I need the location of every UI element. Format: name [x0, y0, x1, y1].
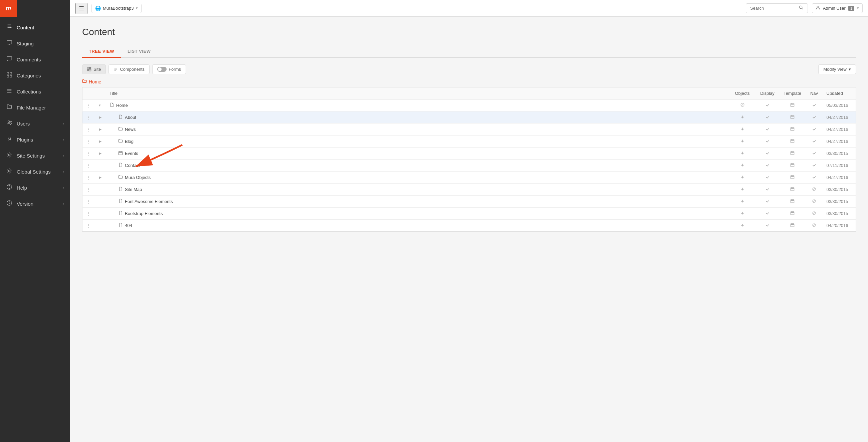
row-handle[interactable]: ⋮ [83, 220, 95, 232]
row-display [756, 124, 779, 135]
sidebar-item-comments[interactable]: Comments [0, 52, 70, 67]
row-expand[interactable]: ▶ [95, 148, 105, 160]
table-row: ⋮Font Awesome Elements03/30/2015 [83, 196, 856, 208]
svg-rect-0 [10, 27, 12, 28]
row-expand[interactable]: ▶ [95, 171, 105, 184]
plugins-icon [6, 136, 13, 143]
row-expand[interactable]: ▶ [95, 135, 105, 148]
row-title[interactable]: Font Awesome Elements [105, 196, 729, 208]
sidebar-item-version[interactable]: Version › [0, 196, 70, 212]
row-handle[interactable]: ⋮ [83, 160, 95, 171]
row-updated: 07/11/2016 [823, 160, 856, 171]
row-title[interactable]: Blog [105, 135, 729, 148]
row-expand [95, 220, 105, 232]
row-objects [729, 220, 756, 232]
row-template [779, 112, 806, 124]
svg-rect-31 [790, 163, 794, 166]
chevron-right-icon: › [63, 186, 64, 190]
sidebar-item-label: Global Settings [17, 169, 51, 175]
row-title[interactable]: Bootstrap Elements [105, 208, 729, 220]
row-title[interactable]: Contact [105, 160, 729, 171]
row-display [756, 171, 779, 184]
row-expand [95, 196, 105, 208]
user-menu[interactable]: Admin User 1 ▾ [812, 3, 863, 13]
sidebar-item-file-manager[interactable]: File Manager [0, 99, 70, 116]
row-handle[interactable]: ⋮ [83, 171, 95, 184]
components-label: Components [120, 67, 145, 72]
sidebar-item-content[interactable]: Content [0, 19, 70, 35]
row-objects [729, 124, 756, 135]
row-title[interactable]: News [105, 124, 729, 135]
row-handle[interactable]: ⋮ [83, 196, 95, 208]
svg-rect-1 [7, 41, 12, 44]
sidebar-item-site-settings[interactable]: Site Settings › [0, 148, 70, 164]
row-title[interactable]: Mura Objects [105, 171, 729, 184]
tab-tree-view[interactable]: TREE VIEW [82, 45, 121, 58]
sidebar-item-staging[interactable]: Staging [0, 35, 70, 52]
row-handle[interactable]: ⋮ [83, 99, 95, 112]
row-updated: 04/27/2016 [823, 112, 856, 124]
forms-toggle[interactable]: Forms [152, 64, 186, 74]
row-objects [729, 99, 756, 112]
toggle-oval [157, 67, 166, 72]
help-icon [6, 184, 13, 191]
svg-rect-39 [790, 211, 794, 214]
row-title[interactable]: Home [105, 99, 729, 112]
components-view-button[interactable]: Components [108, 64, 150, 74]
sidebar-item-global-settings[interactable]: Global Settings › [0, 164, 70, 180]
svg-rect-2 [7, 72, 9, 74]
site-selector[interactable]: 🌐 MuraBootstrap3 ▾ [91, 4, 142, 13]
row-title[interactable]: Events [105, 148, 729, 160]
row-updated: 05/03/2016 [823, 99, 856, 112]
user-name: Admin User [823, 6, 846, 11]
row-expand[interactable]: ▶ [95, 112, 105, 124]
row-expand [95, 208, 105, 220]
row-handle[interactable]: ⋮ [83, 184, 95, 196]
site-view-button[interactable]: Site [82, 64, 106, 74]
sidebar-item-help[interactable]: Help › [0, 180, 70, 196]
folder-icon [118, 127, 123, 132]
search-box[interactable] [746, 3, 808, 13]
folder-icon [82, 79, 87, 85]
row-handle[interactable]: ⋮ [83, 112, 95, 124]
svg-point-7 [10, 121, 12, 123]
row-handle[interactable]: ⋮ [83, 148, 95, 160]
sidebar-item-plugins[interactable]: Plugins › [0, 131, 70, 148]
row-handle[interactable]: ⋮ [83, 124, 95, 135]
row-updated: 03/30/2015 [823, 196, 856, 208]
modify-view-button[interactable]: Modify View ▾ [818, 64, 856, 74]
row-handle[interactable]: ⋮ [83, 208, 95, 220]
row-handle[interactable]: ⋮ [83, 135, 95, 148]
folder-icon [118, 138, 123, 144]
sidebar-item-users[interactable]: Users › [0, 116, 70, 131]
row-template [779, 196, 806, 208]
categories-icon [6, 72, 13, 79]
row-updated: 03/30/2015 [823, 148, 856, 160]
sidebar-item-collections[interactable]: Collections [0, 84, 70, 99]
breadcrumb-home[interactable]: Home [89, 79, 101, 85]
row-expand[interactable]: ▶ [95, 124, 105, 135]
row-title[interactable]: Site Map [105, 184, 729, 196]
row-expand[interactable]: ▾ [95, 99, 105, 112]
sidebar-item-categories[interactable]: Categories [0, 67, 70, 84]
calendar-icon [118, 151, 123, 156]
site-name: MuraBootstrap3 [103, 6, 134, 11]
row-template [779, 148, 806, 160]
search-input[interactable] [750, 6, 797, 11]
svg-line-38 [813, 200, 815, 202]
row-title-text: Site Map [125, 187, 142, 192]
svg-rect-32 [790, 175, 794, 178]
folder-icon [118, 175, 123, 180]
row-title-text: Home [116, 103, 128, 108]
table-row: ⋮▶Mura Objects04/27/2016 [83, 171, 856, 184]
row-display [756, 148, 779, 160]
tab-list-view[interactable]: LIST VIEW [121, 45, 158, 58]
row-title[interactable]: 404 [105, 220, 729, 232]
sidebar: m Content Staging Comments Categories [0, 0, 70, 442]
row-title[interactable]: About [105, 112, 729, 124]
menu-toggle-button[interactable]: ☰ [75, 3, 88, 14]
row-title-text: Events [125, 151, 138, 156]
row-title-text: 404 [125, 223, 132, 228]
sidebar-item-label: Comments [17, 57, 41, 62]
sidebar-item-label: Plugins [17, 137, 33, 143]
